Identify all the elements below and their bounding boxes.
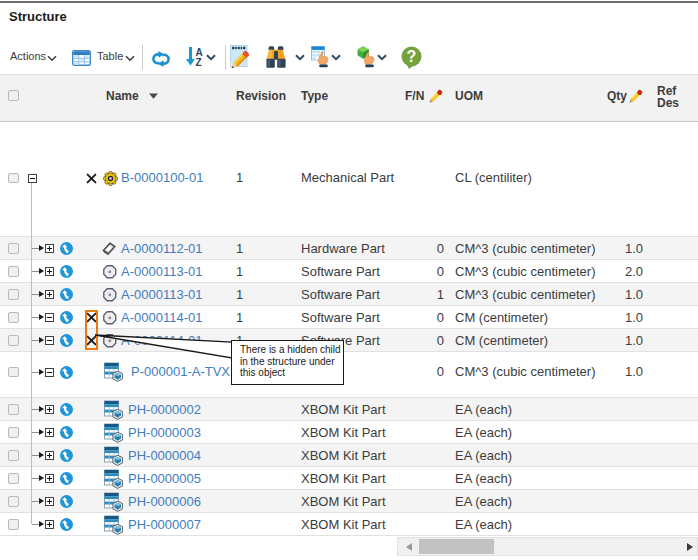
svg-text:?: ? — [407, 48, 417, 65]
svg-text:Z: Z — [196, 57, 202, 67]
